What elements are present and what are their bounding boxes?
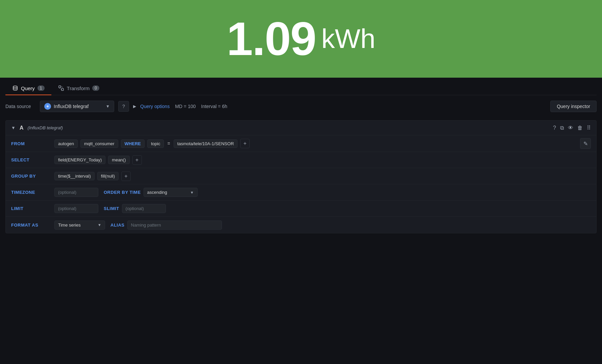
eye-icon[interactable]: 👁 <box>568 125 573 131</box>
collapse-button[interactable]: ▼ <box>11 125 16 130</box>
query-header: ▼ A (InfluxDB telegraf) ? ⧉ 👁 🗑 ⠿ <box>6 121 596 135</box>
where-tag-value[interactable]: tasmota/tele/10A-1/SENSOR <box>174 139 238 148</box>
query-actions: ? ⧉ 👁 🗑 ⠿ <box>553 125 591 131</box>
tab-transform-badge: 0 <box>92 85 99 91</box>
order-by-time-label: ORDER BY TIME <box>104 190 141 195</box>
format-row: FORMAT AS Time series ▼ ALIAS Naming pat… <box>6 217 596 233</box>
limit-label: LIMIT <box>11 206 52 211</box>
format-select[interactable]: Time series ▼ <box>54 220 105 230</box>
transform-icon <box>58 85 64 91</box>
timezone-row: TIMEZONE (optional) ORDER BY TIME ascend… <box>6 184 596 201</box>
format-as-label: FORMAT AS <box>11 223 52 228</box>
select-field[interactable]: field(ENERGY_Today) <box>54 156 105 164</box>
question-icon: ? <box>122 104 125 109</box>
query-options-interval: Interval = 6h <box>201 104 227 109</box>
datasource-label: Data source <box>5 104 36 109</box>
metric-unit: kWh <box>321 23 375 54</box>
delete-icon[interactable]: 🗑 <box>577 125 583 131</box>
from-row: FROM autogen mqtt_consumer WHERE topic =… <box>6 135 596 152</box>
tab-query[interactable]: Query 1 <box>5 82 51 95</box>
where-keyword: WHERE <box>121 139 145 148</box>
slimit-label: SLIMIT <box>104 206 119 211</box>
metric-panel: 1.09 kWh <box>0 0 602 78</box>
format-chevron-icon: ▼ <box>98 223 101 227</box>
group-by-label: GROUP BY <box>11 174 52 179</box>
help-query-icon[interactable]: ? <box>553 125 556 131</box>
query-builder: ▼ A (InfluxDB telegraf) ? ⧉ 👁 🗑 ⠿ FROM a… <box>5 120 597 233</box>
where-add-button[interactable]: + <box>240 139 250 148</box>
tab-query-label: Query <box>21 85 35 91</box>
group-by-add-button[interactable]: + <box>121 172 131 181</box>
group-by-time[interactable]: time($__interval) <box>54 172 95 180</box>
query-options-md: MD = 100 <box>175 104 196 109</box>
tabs-bar: Query 1 Transform 0 <box>5 78 597 95</box>
query-inspector-button[interactable]: Query inspector <box>550 101 597 112</box>
alias-input[interactable]: Naming pattern <box>127 220 222 230</box>
select-add-button[interactable]: + <box>132 155 142 165</box>
order-chevron-icon: ▼ <box>190 190 194 194</box>
select-row: SELECT field(ENERGY_Today) mean() + <box>6 152 596 168</box>
select-label: SELECT <box>11 157 52 162</box>
from-label: FROM <box>11 141 52 146</box>
where-tag-key[interactable]: topic <box>147 139 164 148</box>
svg-point-0 <box>13 86 17 88</box>
query-options-link[interactable]: Query options <box>140 104 170 109</box>
query-id: A <box>20 125 24 131</box>
timezone-label: TIMEZONE <box>11 190 52 195</box>
select-aggregation[interactable]: mean() <box>108 156 129 164</box>
datasource-row: Data source InfluxDB telegraf ▼ ? ▶ Quer… <box>5 95 597 118</box>
chevron-down-icon: ▼ <box>106 104 110 109</box>
datasource-select[interactable]: InfluxDB telegraf ▼ <box>40 101 114 112</box>
influxdb-icon <box>44 103 51 110</box>
query-section: Query 1 Transform 0 Data source <box>0 78 602 233</box>
from-edit-button[interactable]: ✎ <box>580 138 591 149</box>
tab-query-badge: 1 <box>37 85 45 91</box>
tab-transform-label: Transform <box>67 85 90 91</box>
query-options-label: Query options <box>140 104 170 109</box>
help-button[interactable]: ? <box>118 101 129 112</box>
slimit-input[interactable]: (optional) <box>122 204 166 213</box>
format-value: Time series <box>58 223 95 228</box>
svg-rect-2 <box>61 88 64 90</box>
from-measurement[interactable]: mqtt_consumer <box>80 139 118 148</box>
timezone-input[interactable]: (optional) <box>54 188 98 197</box>
datasource-name: InfluxDB telegraf <box>54 104 103 109</box>
pencil-icon: ✎ <box>583 140 588 147</box>
order-by-select[interactable]: ascending ▼ <box>144 188 198 197</box>
svg-rect-1 <box>59 86 61 88</box>
drag-handle-icon[interactable]: ⠿ <box>587 125 591 131</box>
from-retention[interactable]: autogen <box>54 139 78 148</box>
limit-row: LIMIT (optional) SLIMIT (optional) <box>6 201 596 217</box>
equals-sign: = <box>167 141 171 146</box>
group-by-row: GROUP BY time($__interval) fill(null) + <box>6 168 596 184</box>
copy-icon[interactable]: ⧉ <box>560 125 564 131</box>
tab-transform[interactable]: Transform 0 <box>51 82 106 95</box>
arrow-right-icon: ▶ <box>133 104 136 109</box>
order-by-value: ascending <box>147 190 187 195</box>
metric-value: 1.09 <box>227 15 316 62</box>
database-icon <box>12 85 18 91</box>
query-source-label: (InfluxDB telegraf) <box>27 125 63 130</box>
limit-input[interactable]: (optional) <box>54 204 98 213</box>
group-by-fill[interactable]: fill(null) <box>97 172 119 180</box>
alias-label: ALIAS <box>110 223 125 228</box>
